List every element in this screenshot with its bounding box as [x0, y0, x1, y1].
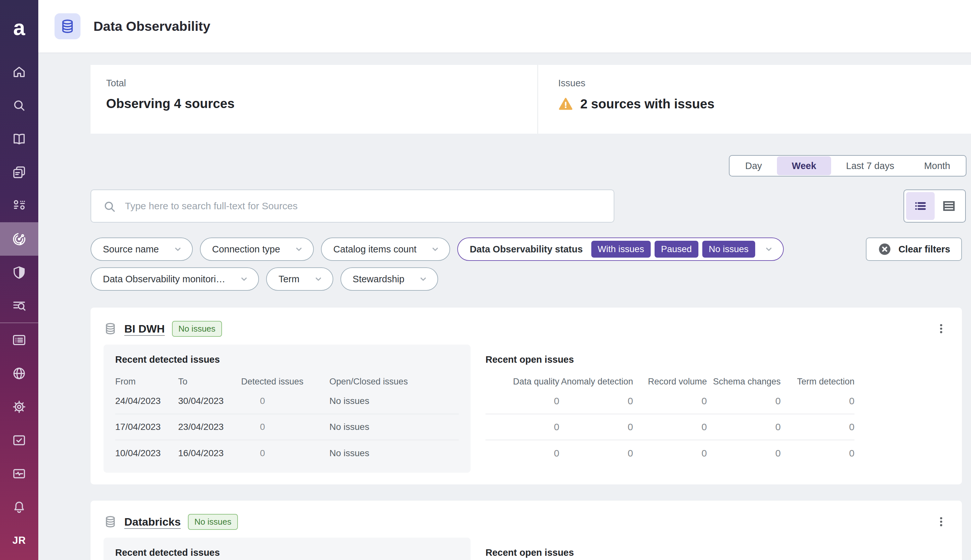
table-row: 00000	[486, 388, 854, 414]
sidebar-item-monitor[interactable]	[0, 457, 38, 490]
panel-title: Recent detected issues	[115, 547, 459, 558]
source-card-databricks: Databricks No issues Recent detected iss…	[90, 501, 962, 560]
warning-triangle-icon	[558, 97, 573, 111]
chevron-down-icon	[294, 244, 304, 254]
sidebar-item-glossary[interactable]	[0, 122, 38, 155]
sidebar-item-catalog[interactable]	[0, 323, 38, 357]
search-icon	[12, 98, 27, 113]
search-box	[90, 190, 614, 223]
column-header: Data quality	[486, 377, 559, 387]
status-badge-with-issues[interactable]: With issues	[591, 241, 651, 258]
time-option-month[interactable]: Month	[909, 157, 965, 175]
sidebar-item-documents[interactable]	[0, 155, 38, 189]
sidebar-item-queries[interactable]	[0, 289, 38, 323]
source-name-link[interactable]: BI DWH	[124, 323, 165, 335]
app-icon-tile	[55, 13, 80, 39]
filter-monitoring[interactable]: Data Observability monitori…	[90, 267, 259, 291]
filter-label: Catalog items count	[333, 244, 416, 255]
main-area: Data Observability Total Observing 4 sou…	[38, 0, 971, 560]
filter-label: Stewardship	[353, 274, 405, 285]
sidebar: a JR	[0, 0, 38, 560]
status-badge-paused[interactable]: Paused	[655, 241, 698, 258]
filter-term[interactable]: Term	[266, 267, 333, 291]
sidebar-item-notifications[interactable]	[0, 490, 38, 524]
recent-open-issues-panel: Recent open issues Data quality Anomaly …	[486, 345, 854, 466]
sidebar-item-domains[interactable]	[0, 189, 38, 222]
filter-stewardship[interactable]: Stewardship	[340, 267, 439, 291]
search-input[interactable]	[91, 190, 614, 222]
filter-catalog-items-count[interactable]: Catalog items count	[321, 237, 450, 261]
total-value: Observing 4 sources	[106, 97, 235, 111]
kebab-menu-icon	[935, 515, 948, 528]
column-header: Anomaly detection	[559, 377, 633, 387]
sidebar-item-settings[interactable]	[0, 390, 38, 423]
card-menu-button[interactable]	[933, 512, 949, 532]
status-badge: No issues	[188, 514, 238, 530]
sidebar-item-search[interactable]	[0, 88, 38, 122]
globe-icon	[12, 366, 27, 381]
chevron-down-icon	[173, 244, 183, 254]
sidebar-item-home[interactable]	[0, 55, 38, 88]
sidebar-item-data-observability[interactable]	[0, 222, 38, 256]
panel-title: Recent detected issues	[115, 354, 459, 365]
total-card: Total Observing 4 sources	[90, 65, 538, 134]
filter-label: Data Observability status	[470, 244, 582, 255]
table-row: 00000	[486, 414, 854, 440]
column-header: Term detection	[781, 377, 854, 387]
status-badge: No issues	[172, 321, 222, 337]
user-avatar[interactable]: JR	[0, 524, 38, 557]
time-option-week[interactable]: Week	[777, 157, 831, 175]
table-row: 00000	[486, 440, 854, 466]
view-toggle	[904, 190, 966, 223]
book-icon	[12, 132, 27, 146]
source-card-bi-dwh: BI DWH No issues Recent detected issues …	[90, 308, 962, 484]
gear-icon	[12, 399, 27, 414]
database-icon	[103, 515, 117, 528]
filter-source-name[interactable]: Source name	[90, 237, 193, 261]
source-name-link[interactable]: Databricks	[124, 515, 181, 528]
chevron-down-icon	[313, 274, 324, 284]
panel-title: Recent open issues	[486, 547, 854, 558]
column-header: Schema changes	[707, 377, 781, 387]
sidebar-item-tasks[interactable]	[0, 423, 38, 457]
filter-label: Source name	[103, 244, 159, 255]
database-icon	[59, 18, 76, 34]
filter-bar: Source name Connection type Catalog item…	[90, 237, 962, 291]
clear-filters-button[interactable]: Clear filters	[866, 237, 962, 261]
column-header: Record volume	[633, 377, 707, 387]
card-menu-button[interactable]	[933, 319, 949, 338]
clear-filters-label: Clear filters	[898, 244, 950, 255]
recent-detected-issues-panel: Recent detected issues From To Detected …	[103, 345, 470, 473]
database-icon	[103, 322, 117, 335]
sidebar-item-governance[interactable]	[0, 256, 38, 289]
time-range-toggle: Day Week Last 7 days Month	[729, 155, 966, 177]
column-header: To	[178, 377, 241, 387]
filter-label: Connection type	[212, 244, 280, 255]
tasks-check-icon	[12, 433, 27, 448]
page-title: Data Observability	[93, 19, 210, 34]
filter-data-observability-status[interactable]: Data Observability status With issues Pa…	[457, 237, 783, 261]
status-badge-no-issues[interactable]: No issues	[702, 241, 755, 258]
time-option-last7days[interactable]: Last 7 days	[831, 157, 909, 175]
content: Total Observing 4 sources Issues 2 sourc…	[38, 53, 971, 560]
issues-value: 2 sources with issues	[580, 97, 715, 111]
documents-icon	[12, 165, 27, 180]
sidebar-item-browse[interactable]	[0, 357, 38, 390]
filter-connection-type[interactable]: Connection type	[200, 237, 314, 261]
table-view-icon	[941, 198, 956, 213]
table-view-button[interactable]	[935, 192, 963, 220]
list-view-button[interactable]	[906, 192, 935, 220]
issues-card: Issues 2 sources with issues	[538, 65, 971, 134]
total-label: Total	[106, 78, 537, 88]
filter-label: Term	[279, 274, 299, 285]
home-icon	[12, 65, 27, 80]
time-option-day[interactable]: Day	[730, 157, 777, 175]
app-logo[interactable]: a	[0, 0, 38, 55]
list-view-icon	[913, 198, 928, 213]
table-row: 24/04/2023 30/04/2023 0 No issues	[115, 388, 459, 414]
page-header: Data Observability	[38, 0, 971, 53]
list-card-icon	[12, 333, 27, 347]
recent-detected-issues-panel: Recent detected issues From To Detected …	[103, 538, 470, 560]
bell-icon	[12, 500, 27, 515]
summary-cards: Total Observing 4 sources Issues 2 sourc…	[90, 65, 971, 134]
